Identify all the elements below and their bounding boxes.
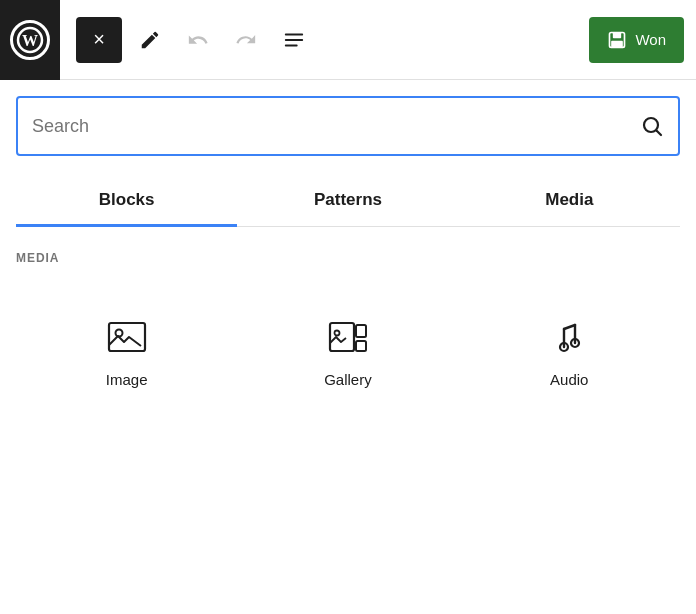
svg-rect-3 [613, 32, 621, 38]
search-icon [640, 114, 664, 138]
main-content: Blocks Patterns Media MEDIA Image [0, 80, 696, 424]
save-label: Won [635, 31, 666, 48]
block-item-gallery[interactable]: Gallery [237, 293, 458, 408]
pencil-icon [139, 29, 161, 51]
undo-icon [187, 29, 209, 51]
block-grid: Image Gallery [16, 293, 680, 408]
svg-rect-6 [109, 323, 145, 351]
svg-text:W: W [22, 32, 38, 49]
tabs-container: Blocks Patterns Media [16, 176, 680, 227]
category-heading: MEDIA [16, 227, 680, 277]
save-button[interactable]: Won [589, 17, 684, 63]
search-container [16, 96, 680, 156]
redo-icon [235, 29, 257, 51]
menu-button[interactable] [274, 20, 314, 60]
block-label-audio: Audio [550, 371, 588, 388]
undo-button[interactable] [178, 20, 218, 60]
edit-button[interactable] [130, 20, 170, 60]
svg-point-11 [334, 331, 339, 336]
image-icon [103, 313, 151, 361]
save-icon [607, 30, 627, 50]
block-item-image[interactable]: Image [16, 293, 237, 408]
svg-rect-10 [356, 341, 366, 351]
svg-rect-4 [612, 40, 624, 47]
tab-patterns[interactable]: Patterns [237, 176, 458, 227]
menu-icon [283, 29, 305, 51]
wp-logo[interactable]: W [0, 0, 60, 80]
redo-button[interactable] [226, 20, 266, 60]
wp-logo-icon: W [10, 20, 50, 60]
block-label-gallery: Gallery [324, 371, 372, 388]
svg-rect-8 [330, 323, 354, 351]
block-label-image: Image [106, 371, 148, 388]
svg-point-7 [115, 330, 122, 337]
audio-icon [545, 313, 593, 361]
gallery-icon [324, 313, 372, 361]
close-button[interactable]: × [76, 17, 122, 63]
svg-rect-9 [356, 325, 366, 337]
tab-media[interactable]: Media [459, 176, 680, 227]
toolbar: W × W [0, 0, 696, 80]
tab-blocks[interactable]: Blocks [16, 176, 237, 227]
block-item-audio[interactable]: Audio [459, 293, 680, 408]
search-input[interactable] [32, 116, 640, 137]
